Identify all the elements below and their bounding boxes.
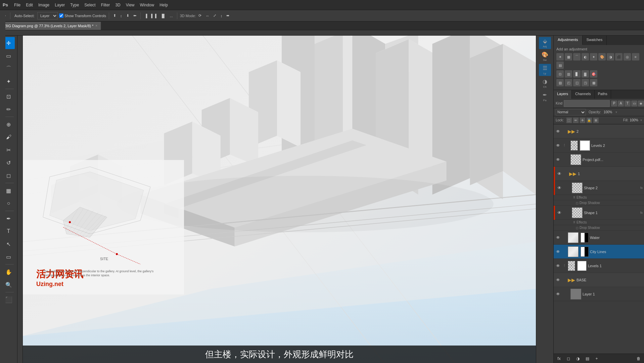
align-top-btn[interactable]: ⬆ [112, 13, 118, 18]
distribute-center-btn[interactable]: ▌▐ [150, 13, 158, 18]
menu-edit[interactable]: Edit [24, 2, 35, 8]
channels-tab[interactable]: Channels [572, 90, 594, 99]
hue-sat-icon[interactable]: 🎨 [598, 53, 606, 61]
align-bottom-btn[interactable]: ⬇ [125, 13, 131, 18]
layer-row-layer-1[interactable]: 👁 Layer 1 [554, 287, 644, 301]
lock-image-icon[interactable]: ✏ [573, 118, 579, 123]
menu-layer[interactable]: Layer [53, 2, 67, 8]
swatches-tab[interactable]: Swatches [583, 36, 607, 45]
visibility-levels-1[interactable]: 👁 [555, 263, 561, 269]
visibility-city-lines[interactable]: 👁 [555, 249, 561, 255]
layer-row-shape-2[interactable]: 👁 Shape 2 fx [554, 181, 644, 195]
filter-type-icon[interactable]: T [625, 100, 631, 107]
blend-mode-select[interactable]: Normal Multiply Screen Overlay [556, 109, 586, 116]
filter-smart-icon[interactable]: ◈ [638, 100, 644, 107]
menu-window[interactable]: Window [138, 2, 156, 8]
channel-mixer-icon[interactable]: ≡ [632, 53, 639, 61]
new-layer-btn[interactable]: + [593, 355, 600, 362]
layer-row-base[interactable]: 👁 ▶▶ BASE [554, 273, 644, 287]
brightness-icon[interactable]: ☀ [556, 53, 564, 61]
visibility-layer-1[interactable]: 👁 [555, 291, 561, 297]
channels-panel-btn[interactable]: ◑ Ch [539, 77, 551, 89]
visibility-shape-2[interactable]: 👁 [556, 185, 562, 191]
add-mask-btn[interactable]: ◻ [565, 355, 572, 362]
transform-controls-checkbox[interactable] [59, 13, 63, 18]
visibility-water[interactable]: 👁 [555, 235, 561, 241]
align-middle-btn[interactable]: ↕ [119, 13, 124, 18]
adj-icon-6e[interactable]: ▦ [590, 79, 597, 86]
adj-icon-6b[interactable]: ◰ [565, 79, 572, 86]
layer-row-levels-2[interactable]: 👁 f ≡ Levels 2 [554, 138, 644, 153]
visibility-project[interactable]: 👁 [555, 157, 561, 163]
selective-color-icon[interactable]: 🎯 [590, 70, 597, 78]
visibility-shape-1[interactable]: 👁 [556, 210, 562, 216]
menu-3d[interactable]: 3D [113, 2, 122, 8]
tab-close-btn[interactable]: × [95, 24, 97, 28]
auto-select-dropdown[interactable]: Layer Group [37, 12, 58, 19]
visibility-base[interactable]: 👁 [555, 277, 561, 283]
color-balance-icon[interactable]: ◑ [607, 53, 614, 61]
layer-row-city-lines[interactable]: 👁 City Lines [554, 245, 644, 259]
lock-all-icon[interactable]: 🔒 [587, 118, 592, 123]
layer-row-shape-1[interactable]: 👁 Shape 1 fx [554, 206, 644, 220]
new-group-btn[interactable]: ▤ [584, 355, 591, 362]
fill-dropdown-icon[interactable]: ▾ [640, 118, 642, 122]
visibility-levels-2[interactable]: 👁 [555, 143, 561, 149]
adj-icon-6c[interactable]: ◫ [573, 79, 581, 86]
transform-controls-label[interactable]: Show Transform Controls [59, 13, 106, 18]
canvas-area[interactable]: 活力网资讯 Uzing.net SITE The position is pos… [23, 36, 536, 363]
levels-icon[interactable]: ▦ [565, 53, 572, 61]
adjustments-tab[interactable]: Adjustments [554, 36, 583, 45]
invert-icon[interactable]: ⊡ [556, 70, 564, 78]
layer-row-group-1[interactable]: 👁 ▶▶ 1 [554, 167, 644, 181]
menu-type[interactable]: Type [68, 2, 81, 8]
layer-row-water[interactable]: 👁 Water [554, 231, 644, 245]
more-btn[interactable]: ... [169, 13, 174, 18]
curves-icon[interactable]: ⌒ [573, 53, 581, 61]
align-left-btn[interactable]: ⬅ [132, 13, 138, 18]
menu-file[interactable]: File [12, 2, 22, 8]
layers-search-input[interactable] [564, 100, 610, 107]
layers-tab[interactable]: Layers [554, 90, 572, 99]
photo-filter-icon[interactable]: ◎ [624, 53, 631, 61]
color-lookup-icon[interactable]: ▤ [556, 62, 564, 69]
layer-row-levels-1[interactable]: 👁 f ≡ Levels 1 [554, 259, 644, 273]
delete-layer-btn[interactable]: 🗑 [635, 355, 642, 362]
menu-filter[interactable]: Filter [99, 2, 112, 8]
lock-transparent-icon[interactable]: ⬚ [566, 118, 572, 123]
layer-row-project[interactable]: 👁 Project.pdf... [554, 153, 644, 167]
adj-icon-6a[interactable]: ▨ [556, 79, 564, 86]
3d-btn-3[interactable]: ⤢ [212, 13, 218, 18]
vibrance-icon[interactable]: ✦ [590, 53, 597, 61]
menu-image[interactable]: Image [36, 2, 51, 8]
filter-shape-icon[interactable]: ▭ [631, 100, 637, 107]
adjustments-panel-btn[interactable]: ⬙ Adj [539, 37, 551, 49]
paths-panel-btn[interactable]: ✒ Pa [539, 91, 551, 103]
threshold-icon[interactable]: ▊ [573, 70, 581, 78]
add-fx-btn[interactable]: fx [556, 355, 562, 362]
3d-btn-5[interactable]: ⬌ [225, 13, 231, 18]
filter-adj-icon[interactable]: A [618, 100, 624, 107]
layer-row-group-2[interactable]: 👁 ▶▶ 2 [554, 124, 644, 138]
distribute-left-btn[interactable]: ▐ [143, 13, 149, 18]
gradient-map-icon[interactable]: ▓ [582, 70, 589, 78]
menu-help[interactable]: Help [157, 2, 170, 8]
3d-btn-1[interactable]: ⟳ [197, 13, 203, 18]
visibility-group-2[interactable]: 👁 [555, 128, 561, 134]
new-fill-layer-btn[interactable]: ◑ [574, 355, 581, 362]
visibility-group-1[interactable]: 👁 [556, 171, 562, 177]
lock-artboard-icon[interactable]: ⊞ [593, 118, 599, 123]
posterize-icon[interactable]: ▥ [565, 70, 572, 78]
document-tab[interactable]: BIG Diagram.png @ 77.3% (Levels 2, Layer… [1, 22, 101, 30]
exposure-icon[interactable]: ◐ [582, 53, 589, 61]
layers-panel-btn[interactable]: ☰ Ly [539, 64, 551, 76]
paths-tab[interactable]: Paths [595, 90, 611, 99]
filter-pixel-icon[interactable]: P [611, 100, 617, 107]
3d-btn-2[interactable]: ↔ [204, 13, 211, 18]
adj-icon-6d[interactable]: ◳ [582, 79, 589, 86]
3d-btn-4[interactable]: ↕ [219, 13, 224, 18]
opacity-dropdown-icon[interactable]: ▾ [615, 110, 617, 114]
bw-icon[interactable]: ⬛ [615, 53, 623, 61]
menu-select[interactable]: Select [82, 2, 97, 8]
menu-view[interactable]: View [124, 2, 137, 8]
